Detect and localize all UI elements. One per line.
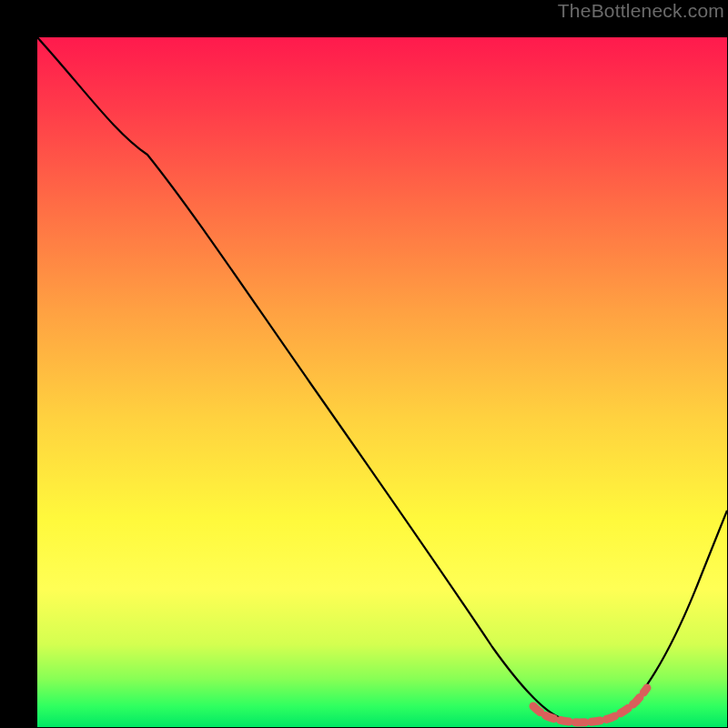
chart-plot-area (37, 37, 727, 727)
chart-svg (37, 37, 727, 727)
watermark-text: TheBottleneck.com (558, 0, 724, 22)
main-curve (37, 37, 727, 723)
chart-frame (18, 18, 710, 723)
highlight-segment (533, 688, 647, 723)
